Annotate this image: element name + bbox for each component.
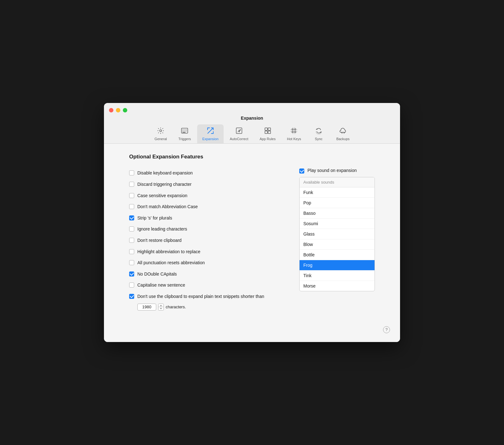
triggers-icon — [181, 127, 188, 136]
checkbox-dont-use-clipboard[interactable] — [129, 294, 134, 299]
svg-point-0 — [160, 130, 162, 132]
expansion-icon — [207, 127, 214, 136]
checkbox-label-dont-use-clipboard: Don't use the clipboard to expand plain … — [137, 294, 264, 300]
stepper-arrows: ▲ ▼ — [158, 304, 164, 311]
sound-item-glass[interactable]: Glass — [300, 229, 375, 239]
checkbox-row-dont-use-clipboard: Don't use the clipboard to expand plain … — [129, 291, 280, 302]
main-layout: Disable keyboard expansionDiscard trigge… — [129, 168, 375, 313]
checkbox-label-all-punctuation: All punctuation resets abbreviation — [137, 260, 205, 266]
checkbox-row-dont-match-case: Don't match Abbreviation Case — [129, 201, 280, 213]
checkbox-row-discard-trigger: Discard triggering character — [129, 179, 280, 190]
help-button[interactable]: ? — [383, 326, 390, 333]
toolbar-item-backups[interactable]: Backups — [331, 124, 355, 143]
toolbar-item-sync[interactable]: Sync — [307, 124, 330, 143]
svg-rect-17 — [265, 131, 267, 134]
play-sound-row: Play sound on expansion — [299, 168, 375, 174]
checkbox-label-discard-trigger: Discard triggering character — [137, 181, 192, 188]
footer-area: ? — [104, 323, 400, 342]
toolbar-item-triggers[interactable]: Triggers — [173, 124, 196, 143]
close-button[interactable] — [109, 108, 113, 112]
checkbox-label-capitalise-sentence: Capitalise new sentence — [137, 282, 185, 288]
general-label: General — [155, 137, 167, 141]
checkbox-no-double-caps[interactable] — [129, 271, 134, 277]
checkbox-row-disable-keyboard: Disable keyboard expansion — [129, 168, 280, 179]
checkbox-disable-keyboard[interactable] — [129, 170, 134, 175]
window-title: Expansion — [241, 116, 263, 121]
autocorrect-label: AutoCorrect — [230, 137, 249, 141]
sound-item-funk[interactable]: Funk — [300, 187, 375, 198]
stepper-down[interactable]: ▼ — [158, 307, 163, 310]
sounds-items: FunkPopBassoSosumiGlassBlowBottleFrogTin… — [300, 187, 375, 291]
sound-item-morse[interactable]: Morse — [300, 281, 375, 291]
checkbox-dont-restore[interactable] — [129, 238, 134, 243]
sounds-header: Available sounds — [300, 177, 375, 187]
sync-icon — [315, 127, 323, 136]
right-column: Play sound on expansion Available sounds… — [299, 168, 375, 291]
main-window: Expansion General Triggers Expansion A A… — [104, 103, 400, 342]
checkbox-strip-s[interactable] — [129, 215, 134, 220]
checkbox-row-highlight-abbrev: Highlight abbreviation to replace — [129, 246, 280, 258]
stepper-label: characters. — [166, 305, 186, 309]
general-icon — [157, 127, 164, 136]
sound-item-basso[interactable]: Basso — [300, 208, 375, 219]
triggers-label: Triggers — [178, 137, 191, 141]
toolbar-item-app-rules[interactable]: App Rules — [255, 124, 281, 143]
toolbar-item-expansion[interactable]: Expansion — [197, 124, 223, 143]
checkbox-highlight-abbrev[interactable] — [129, 249, 134, 254]
checkbox-row-capitalise-sentence: Capitalise new sentence — [129, 280, 280, 291]
checkbox-label-dont-restore: Don't restore clipboard — [137, 237, 181, 244]
maximize-button[interactable] — [123, 108, 127, 112]
checkbox-discard-trigger[interactable] — [129, 182, 134, 187]
backups-label: Backups — [336, 137, 350, 141]
sound-item-tink[interactable]: Tink — [300, 271, 375, 281]
sounds-list: Available sounds FunkPopBassoSosumiGlass… — [299, 177, 375, 291]
svg-line-11 — [210, 128, 213, 131]
checkbox-dont-match-case[interactable] — [129, 204, 134, 209]
svg-rect-18 — [268, 131, 271, 134]
svg-rect-16 — [268, 128, 271, 130]
section-title: Optional Expansion Features — [129, 154, 375, 160]
sound-item-blow[interactable]: Blow — [300, 239, 375, 250]
play-sound-checkbox[interactable] — [299, 168, 304, 174]
toolbar-item-general[interactable]: General — [149, 124, 172, 143]
svg-line-12 — [208, 131, 210, 134]
checkbox-row-no-double-caps: No DOuble CApitals — [129, 269, 280, 280]
checkbox-label-strip-s: Strip 's' for plurals — [137, 215, 172, 221]
sound-item-bottle[interactable]: Bottle — [300, 250, 375, 260]
checkbox-row-dont-restore: Don't restore clipboard — [129, 235, 280, 246]
checkbox-label-ignore-leading: Ignore leading characters — [137, 226, 187, 232]
checkbox-label-case-sensitive: Case sensitive expansion — [137, 193, 187, 199]
backups-icon — [339, 127, 347, 136]
minimize-button[interactable] — [116, 108, 120, 112]
content-area: Optional Expansion Features Disable keyb… — [104, 144, 400, 323]
app-rules-label: App Rules — [260, 137, 276, 141]
sync-label: Sync — [315, 137, 322, 141]
left-column: Disable keyboard expansionDiscard trigge… — [129, 168, 280, 313]
checkbox-row-ignore-leading: Ignore leading characters — [129, 224, 280, 235]
sound-item-frog[interactable]: Frog — [300, 260, 375, 271]
hot-keys-label: Hot Keys — [287, 137, 301, 141]
checkbox-label-disable-keyboard: Disable keyboard expansion — [137, 170, 193, 176]
checkbox-label-no-double-caps: No DOuble CApitals — [137, 271, 177, 277]
sound-item-pop[interactable]: Pop — [300, 198, 375, 208]
autocorrect-icon: A — [235, 127, 243, 136]
hot-keys-icon — [290, 127, 298, 136]
checkbox-row-case-sensitive: Case sensitive expansion — [129, 190, 280, 202]
checkbox-ignore-leading[interactable] — [129, 226, 134, 231]
checkbox-row-all-punctuation: All punctuation resets abbreviation — [129, 257, 280, 269]
sound-item-sosumi[interactable]: Sosumi — [300, 219, 375, 229]
titlebar: Expansion General Triggers Expansion A A… — [104, 103, 400, 144]
stepper-row: ▲ ▼ characters. — [129, 302, 280, 313]
checkbox-capitalise-sentence[interactable] — [129, 282, 134, 288]
app-rules-icon — [264, 127, 272, 136]
checkbox-label-dont-match-case: Don't match Abbreviation Case — [137, 204, 198, 210]
toolbar: General Triggers Expansion A AutoCorrect — [149, 124, 355, 143]
stepper-input[interactable] — [137, 304, 156, 311]
stepper-up[interactable]: ▲ — [158, 304, 163, 307]
toolbar-item-autocorrect[interactable]: A AutoCorrect — [225, 124, 254, 143]
toolbar-item-hot-keys[interactable]: Hot Keys — [282, 124, 306, 143]
checkbox-row-strip-s: Strip 's' for plurals — [129, 213, 280, 224]
checkbox-case-sensitive[interactable] — [129, 193, 134, 198]
checkbox-all-punctuation[interactable] — [129, 260, 134, 265]
checkbox-label-highlight-abbrev: Highlight abbreviation to replace — [137, 249, 200, 255]
